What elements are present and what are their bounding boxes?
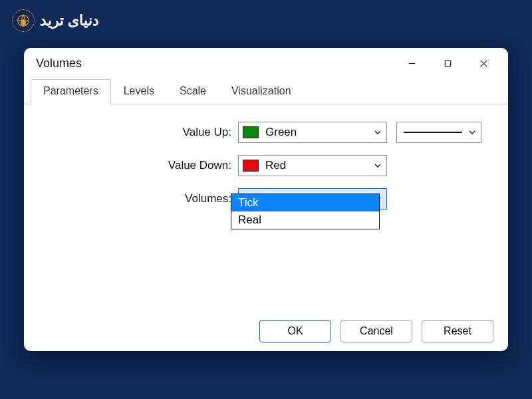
volumes-option-real[interactable]: Real: [231, 211, 379, 229]
volumes-dropdown[interactable]: Tick Real: [231, 194, 380, 229]
value-up-linestyle-combo[interactable]: [396, 122, 481, 143]
svg-rect-3: [25, 21, 26, 25]
row-value-up: Value Up: Green: [39, 122, 493, 143]
volumes-option-tick[interactable]: Tick: [231, 194, 379, 211]
svg-rect-4: [445, 61, 450, 66]
window-title: Volumes: [36, 57, 394, 70]
value-up-color-combo[interactable]: Green: [238, 122, 387, 143]
tab-panel-parameters: Value Up: Green Value Down: Red Volumes:: [24, 104, 508, 311]
brand-text: دنیای ترید: [40, 12, 99, 29]
label-value-up: Value Up:: [39, 126, 238, 139]
cancel-button[interactable]: Cancel: [340, 320, 412, 342]
tab-parameters[interactable]: Parameters: [31, 79, 111, 104]
ok-button[interactable]: OK: [259, 320, 331, 342]
label-value-down: Value Down:: [39, 159, 238, 172]
value-down-color-text: Red: [265, 159, 373, 172]
reset-button[interactable]: Reset: [422, 320, 493, 342]
volumes-dialog: Volumes Parameters Levels Scale Visualiz…: [24, 48, 508, 351]
globe-icon: [12, 9, 35, 32]
label-volumes: Volumes:: [39, 192, 238, 205]
svg-rect-1: [21, 21, 22, 25]
chevron-down-icon: [467, 128, 477, 136]
value-up-color-text: Green: [265, 126, 373, 139]
tab-visualization[interactable]: Visualization: [219, 79, 304, 104]
titlebar[interactable]: Volumes: [24, 48, 508, 78]
row-value-down: Value Down: Red: [39, 155, 493, 176]
value-up-swatch: [243, 126, 259, 138]
tab-levels[interactable]: Levels: [111, 79, 167, 104]
close-button[interactable]: [466, 51, 501, 76]
svg-rect-2: [23, 19, 24, 25]
brand-logo: دنیای ترید: [12, 9, 99, 32]
maximize-button[interactable]: [430, 51, 466, 76]
tab-bar: Parameters Levels Scale Visualization: [24, 78, 508, 104]
dialog-footer: OK Cancel Reset: [24, 311, 508, 351]
value-down-color-combo[interactable]: Red: [238, 155, 387, 176]
value-down-swatch: [243, 160, 259, 172]
chevron-down-icon: [373, 162, 382, 170]
tab-scale[interactable]: Scale: [167, 79, 219, 104]
minimize-button[interactable]: [394, 51, 430, 76]
line-sample-icon: [404, 132, 462, 133]
chevron-down-icon: [373, 128, 382, 136]
